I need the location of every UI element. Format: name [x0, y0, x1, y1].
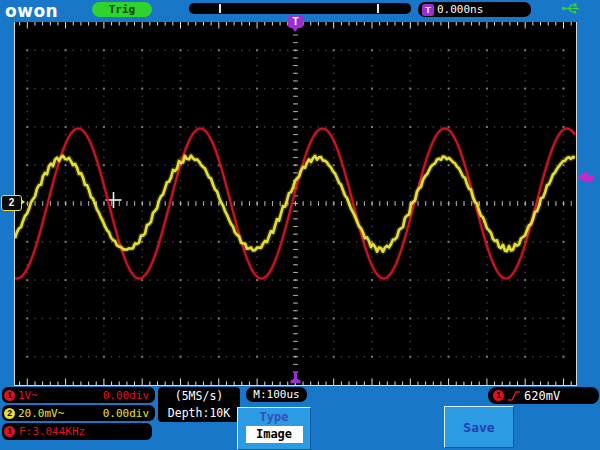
oscilloscope-screen: OWON Trig T 0.000ns T 2 1 1V~ 0.00div 2 … [0, 0, 600, 450]
type-menu-value[interactable]: Image [246, 426, 303, 443]
usb-icon [561, 1, 581, 16]
rising-edge-icon [507, 389, 521, 403]
trigger-level-arrow-icon[interactable] [577, 171, 587, 183]
frequency-value: F:3.044KHz [19, 425, 85, 438]
trig-status-badge: Trig [92, 2, 152, 17]
timebase-readout: M:100us [246, 387, 307, 402]
brand-logo: OWON [5, 1, 58, 21]
ch2-position: 0.00div [103, 407, 149, 420]
type-menu: Type Image [237, 407, 311, 450]
trigger-level-readout: 1 620mV [488, 387, 599, 404]
hpos-tick-icon [377, 4, 379, 13]
ch1-position: 0.00div [103, 389, 149, 402]
ch2-badge-icon: 2 [4, 408, 15, 419]
horizontal-position-bar[interactable] [189, 3, 411, 14]
trigger-time-readout: T 0.000ns [418, 2, 531, 17]
record-depth: Depth:10K [168, 405, 230, 422]
ch2-readout: 2 20.0mV~ 0.00div [2, 405, 155, 421]
acquisition-info-box: (5MS/s) Depth:10K [158, 387, 240, 422]
ch2-zero-level-marker[interactable]: 2 [1, 195, 22, 211]
hpos-tick-icon [219, 4, 221, 13]
waveform-display [14, 22, 577, 386]
trigger-time-value: 0.000ns [437, 3, 483, 16]
trigger-t-icon: T [422, 4, 434, 16]
ch1-readout: 1 1V~ 0.00div [2, 387, 155, 403]
type-menu-label: Type [238, 410, 310, 424]
waveform-plot [15, 22, 576, 385]
ch2-scale: 20.0mV~ [18, 407, 64, 420]
freq-badge-icon: 1 [4, 426, 15, 437]
save-button[interactable]: Save [444, 406, 514, 448]
ch1-badge-icon: 1 [4, 390, 15, 401]
trigger-position-marker[interactable]: T [288, 15, 303, 28]
trigger-level-value: 620mV [524, 389, 560, 403]
ch1-scale: 1V~ [18, 389, 38, 402]
frequency-counter: 1 F:3.044KHz [2, 423, 152, 440]
sample-rate: (5MS/s) [175, 388, 223, 405]
trigger-level-arrow-tail [587, 175, 594, 181]
trigger-source-badge-icon: 1 [493, 390, 504, 401]
